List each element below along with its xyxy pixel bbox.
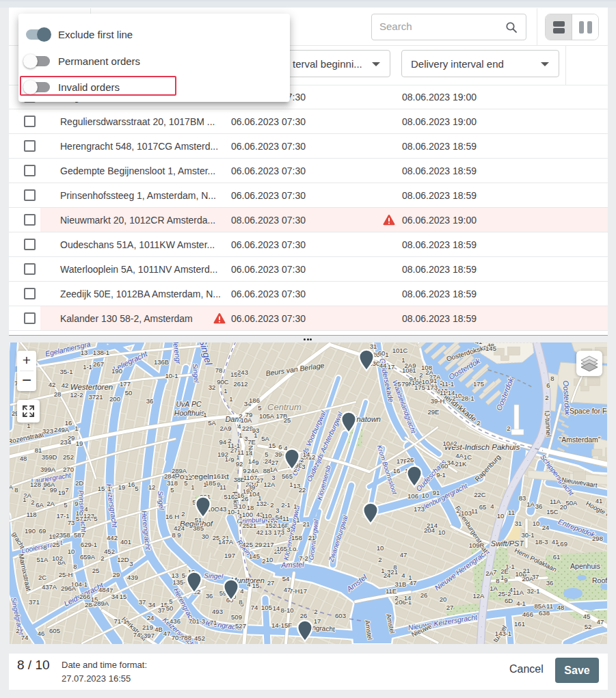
svg-text:1: 1	[239, 431, 242, 439]
svg-text:11: 11	[508, 509, 515, 516]
svg-text:603: 603	[335, 612, 346, 619]
svg-text:8-10: 8-10	[280, 606, 293, 614]
svg-text:105: 105	[261, 604, 272, 611]
svg-text:29E: 29E	[428, 408, 440, 416]
svg-text:2612: 2612	[233, 380, 247, 388]
svg-text:701-3: 701-3	[189, 617, 205, 625]
svg-text:10: 10	[377, 544, 384, 552]
svg-text:4: 4	[247, 580, 250, 588]
svg-text:5162: 5162	[224, 493, 238, 500]
svg-text:385: 385	[193, 524, 204, 532]
svg-text:1A: 1A	[526, 500, 535, 508]
svg-text:5: 5	[94, 515, 97, 522]
svg-text:7: 7	[65, 486, 68, 494]
svg-text:10: 10	[266, 556, 273, 563]
svg-text:Roofo: Roofo	[592, 576, 607, 585]
svg-text:10: 10	[438, 528, 446, 536]
svg-text:1: 1	[293, 502, 297, 510]
svg-text:1: 1	[385, 351, 388, 358]
svg-text:12A: 12A	[264, 481, 276, 488]
svg-text:5: 5	[184, 479, 187, 487]
svg-text:Swift/PST: Swift/PST	[491, 539, 525, 548]
svg-text:175: 175	[473, 380, 484, 388]
svg-text:101C: 101C	[392, 347, 408, 354]
svg-text:13: 13	[172, 572, 179, 579]
svg-text:2: 2	[507, 425, 510, 432]
svg-text:147A: 147A	[218, 538, 234, 546]
svg-text:132-: 132-	[256, 500, 269, 507]
svg-text:442: 442	[107, 534, 118, 541]
svg-text:42: 42	[256, 528, 264, 536]
svg-text:24: 24	[265, 457, 272, 465]
svg-text:10-1: 10-1	[165, 372, 178, 379]
svg-text:2: 2	[394, 594, 398, 602]
svg-text:2-1: 2-1	[281, 501, 291, 509]
svg-text:25: 25	[243, 522, 250, 529]
svg-text:116F: 116F	[275, 522, 289, 529]
svg-text:25: 25	[92, 567, 100, 574]
svg-text:31: 31	[515, 520, 522, 527]
svg-text:88: 88	[263, 467, 271, 474]
svg-text:26: 26	[420, 591, 428, 599]
svg-text:659A: 659A	[80, 553, 96, 561]
svg-text:Centrum: Centrum	[267, 402, 302, 412]
svg-text:249A: 249A	[54, 426, 70, 433]
svg-text:47: 47	[597, 618, 604, 626]
svg-text:452: 452	[104, 548, 115, 555]
svg-text:439: 439	[127, 574, 138, 581]
svg-text:24: 24	[147, 614, 155, 621]
svg-text:47: 47	[400, 551, 407, 559]
svg-text:1: 1	[203, 411, 206, 418]
svg-text:26: 26	[300, 612, 308, 619]
svg-text:8 9: 8 9	[172, 531, 180, 539]
svg-text:3: 3	[271, 474, 275, 481]
svg-text:128: 128	[30, 481, 41, 488]
svg-text:5: 5	[170, 486, 174, 494]
svg-text:35-1: 35-1	[59, 368, 72, 375]
svg-text:14: 14	[303, 451, 310, 458]
svg-text:44: 44	[379, 362, 387, 369]
svg-text:2358: 2358	[55, 531, 70, 539]
svg-text:8: 8	[14, 486, 18, 494]
svg-text:25: 25	[284, 416, 291, 424]
svg-text:638: 638	[539, 609, 550, 617]
svg-text:484: 484	[98, 586, 109, 593]
svg-text:34: 34	[148, 601, 156, 608]
svg-text:74: 74	[251, 604, 258, 611]
svg-text:43: 43	[219, 505, 227, 513]
svg-text:2: 2	[16, 627, 19, 634]
svg-text:359D: 359D	[42, 453, 57, 461]
svg-text:4: 4	[401, 572, 405, 579]
svg-text:60: 60	[441, 462, 448, 470]
svg-text:34: 34	[111, 593, 119, 600]
svg-text:4: 4	[237, 422, 241, 430]
svg-text:106: 106	[412, 379, 423, 386]
svg-text:47: 47	[284, 586, 291, 593]
svg-text:2: 2	[456, 507, 459, 514]
svg-text:143-1: 143-1	[495, 630, 511, 637]
svg-text:165 t.o.: 165 t.o.	[276, 545, 298, 552]
svg-text:1: 1	[224, 387, 227, 394]
svg-text:1: 1	[412, 366, 416, 374]
svg-text:177: 177	[120, 380, 131, 388]
svg-text:48: 48	[20, 455, 27, 462]
svg-text:4: 4	[490, 502, 494, 510]
svg-text:69: 69	[39, 527, 46, 535]
svg-text:17: 17	[388, 363, 395, 371]
svg-text:Singel: Singel	[157, 490, 165, 510]
svg-text:2: 2	[378, 556, 381, 563]
svg-text:204: 204	[424, 526, 435, 534]
svg-text:Westertoren: Westertoren	[70, 383, 113, 391]
svg-text:9: 9	[255, 459, 258, 466]
svg-text:298: 298	[592, 535, 603, 542]
svg-text:21: 21	[308, 534, 316, 541]
svg-text:267: 267	[93, 360, 104, 368]
svg-text:71: 71	[210, 619, 217, 626]
svg-text:5: 5	[258, 404, 261, 412]
svg-text:36: 36	[535, 502, 543, 510]
svg-text:Apenhuis: Apenhuis	[570, 562, 600, 570]
svg-text:16: 16	[393, 467, 401, 474]
svg-text:7-2: 7-2	[299, 554, 308, 562]
svg-text:1: 1	[289, 481, 293, 488]
svg-text:145: 145	[249, 552, 260, 560]
